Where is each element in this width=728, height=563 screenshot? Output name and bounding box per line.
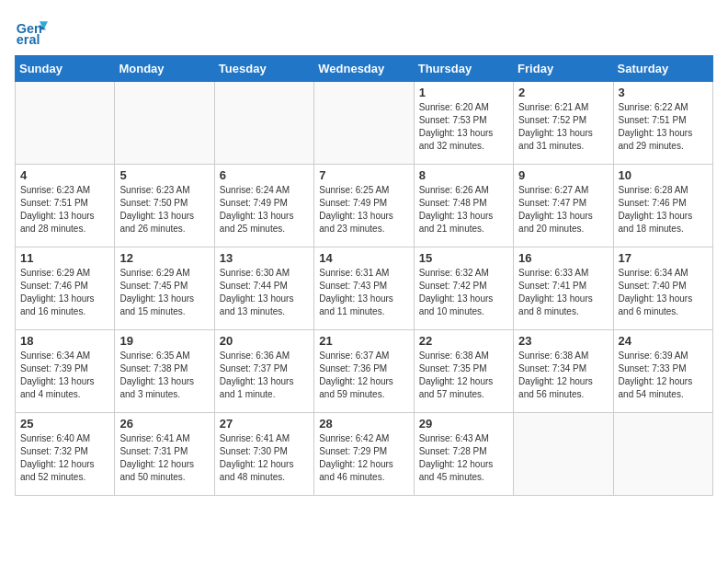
col-header-friday: Friday [514, 56, 613, 82]
day-number: 22 [419, 334, 508, 348]
day-info: Sunrise: 6:38 AM Sunset: 7:35 PM Dayligh… [419, 350, 508, 401]
day-info: Sunrise: 6:23 AM Sunset: 7:50 PM Dayligh… [119, 184, 209, 236]
day-info: Sunrise: 6:27 AM Sunset: 7:47 PM Dayligh… [518, 184, 608, 236]
day-number: 26 [119, 417, 209, 431]
day-info: Sunrise: 6:22 AM Sunset: 7:51 PM Dayligh… [619, 101, 708, 153]
day-number: 29 [419, 417, 508, 431]
day-number: 9 [518, 168, 608, 182]
col-header-tuesday: Tuesday [214, 56, 313, 82]
day-cell [214, 82, 313, 165]
week-row-2: 4Sunrise: 6:23 AM Sunset: 7:51 PM Daylig… [16, 165, 713, 247]
day-info: Sunrise: 6:34 AM Sunset: 7:40 PM Dayligh… [619, 267, 708, 318]
day-info: Sunrise: 6:42 AM Sunset: 7:29 PM Dayligh… [319, 432, 408, 484]
day-number: 20 [220, 334, 309, 348]
day-number: 23 [518, 334, 608, 348]
day-cell: 7Sunrise: 6:25 AM Sunset: 7:49 PM Daylig… [314, 165, 414, 247]
day-number: 4 [20, 168, 109, 182]
col-header-thursday: Thursday [414, 56, 513, 82]
day-number: 28 [319, 417, 408, 431]
day-cell: 9Sunrise: 6:27 AM Sunset: 7:47 PM Daylig… [514, 165, 613, 247]
day-cell: 21Sunrise: 6:37 AM Sunset: 7:36 PM Dayli… [314, 330, 414, 413]
day-number: 6 [220, 168, 309, 182]
day-info: Sunrise: 6:37 AM Sunset: 7:36 PM Dayligh… [319, 350, 408, 401]
day-info: Sunrise: 6:21 AM Sunset: 7:52 PM Dayligh… [518, 101, 608, 153]
day-info: Sunrise: 6:26 AM Sunset: 7:48 PM Dayligh… [419, 184, 508, 236]
day-cell: 6Sunrise: 6:24 AM Sunset: 7:49 PM Daylig… [214, 165, 313, 247]
day-number: 19 [119, 334, 209, 348]
day-number: 18 [20, 334, 109, 348]
day-info: Sunrise: 6:43 AM Sunset: 7:28 PM Dayligh… [419, 432, 508, 484]
day-info: Sunrise: 6:30 AM Sunset: 7:44 PM Dayligh… [220, 267, 309, 318]
col-header-wednesday: Wednesday [314, 56, 414, 82]
day-cell: 26Sunrise: 6:41 AM Sunset: 7:31 PM Dayli… [115, 413, 214, 496]
day-info: Sunrise: 6:24 AM Sunset: 7:49 PM Dayligh… [220, 184, 309, 236]
logo-icon: Gen eral [15, 15, 48, 48]
day-cell: 27Sunrise: 6:41 AM Sunset: 7:30 PM Dayli… [214, 413, 313, 496]
day-number: 12 [119, 251, 209, 265]
logo: Gen eral [15, 15, 51, 48]
col-header-monday: Monday [115, 56, 214, 82]
day-cell [314, 82, 414, 165]
day-number: 11 [20, 251, 109, 265]
day-info: Sunrise: 6:29 AM Sunset: 7:46 PM Dayligh… [20, 267, 109, 318]
day-info: Sunrise: 6:25 AM Sunset: 7:49 PM Dayligh… [319, 184, 408, 236]
day-cell: 14Sunrise: 6:31 AM Sunset: 7:43 PM Dayli… [314, 247, 414, 330]
svg-text:eral: eral [17, 32, 40, 47]
day-info: Sunrise: 6:33 AM Sunset: 7:41 PM Dayligh… [518, 267, 608, 318]
day-number: 17 [619, 251, 708, 265]
day-number: 15 [419, 251, 508, 265]
week-row-3: 11Sunrise: 6:29 AM Sunset: 7:46 PM Dayli… [16, 247, 713, 330]
day-info: Sunrise: 6:41 AM Sunset: 7:30 PM Dayligh… [220, 432, 309, 484]
day-info: Sunrise: 6:34 AM Sunset: 7:39 PM Dayligh… [20, 350, 109, 401]
day-cell [16, 82, 115, 165]
day-info: Sunrise: 6:31 AM Sunset: 7:43 PM Dayligh… [319, 267, 408, 318]
day-info: Sunrise: 6:38 AM Sunset: 7:34 PM Dayligh… [518, 350, 608, 401]
day-number: 2 [518, 86, 608, 99]
day-cell: 10Sunrise: 6:28 AM Sunset: 7:46 PM Dayli… [613, 165, 712, 247]
day-cell: 4Sunrise: 6:23 AM Sunset: 7:51 PM Daylig… [16, 165, 115, 247]
day-number: 25 [20, 417, 109, 431]
day-cell: 3Sunrise: 6:22 AM Sunset: 7:51 PM Daylig… [613, 82, 712, 165]
day-number: 14 [319, 251, 408, 265]
day-cell: 23Sunrise: 6:38 AM Sunset: 7:34 PM Dayli… [514, 330, 613, 413]
day-cell: 29Sunrise: 6:43 AM Sunset: 7:28 PM Dayli… [414, 413, 513, 496]
day-cell: 18Sunrise: 6:34 AM Sunset: 7:39 PM Dayli… [16, 330, 115, 413]
day-info: Sunrise: 6:36 AM Sunset: 7:37 PM Dayligh… [220, 350, 309, 401]
day-cell: 16Sunrise: 6:33 AM Sunset: 7:41 PM Dayli… [514, 247, 613, 330]
day-info: Sunrise: 6:23 AM Sunset: 7:51 PM Dayligh… [20, 184, 109, 236]
day-number: 24 [619, 334, 708, 348]
day-cell: 12Sunrise: 6:29 AM Sunset: 7:45 PM Dayli… [115, 247, 214, 330]
day-cell: 28Sunrise: 6:42 AM Sunset: 7:29 PM Dayli… [314, 413, 414, 496]
day-number: 16 [518, 251, 608, 265]
header: Gen eral [15, 15, 713, 48]
day-info: Sunrise: 6:35 AM Sunset: 7:38 PM Dayligh… [119, 350, 209, 401]
day-cell: 2Sunrise: 6:21 AM Sunset: 7:52 PM Daylig… [514, 82, 613, 165]
day-cell: 8Sunrise: 6:26 AM Sunset: 7:48 PM Daylig… [414, 165, 513, 247]
day-cell [115, 82, 214, 165]
day-number: 7 [319, 168, 408, 182]
day-number: 27 [220, 417, 309, 431]
col-header-saturday: Saturday [613, 56, 712, 82]
day-info: Sunrise: 6:40 AM Sunset: 7:32 PM Dayligh… [20, 432, 109, 484]
day-cell [514, 413, 613, 496]
day-cell: 17Sunrise: 6:34 AM Sunset: 7:40 PM Dayli… [613, 247, 712, 330]
day-number: 13 [220, 251, 309, 265]
day-cell: 19Sunrise: 6:35 AM Sunset: 7:38 PM Dayli… [115, 330, 214, 413]
day-cell: 5Sunrise: 6:23 AM Sunset: 7:50 PM Daylig… [115, 165, 214, 247]
header-row: SundayMondayTuesdayWednesdayThursdayFrid… [16, 56, 713, 82]
day-number: 10 [619, 168, 708, 182]
day-info: Sunrise: 6:28 AM Sunset: 7:46 PM Dayligh… [619, 184, 708, 236]
day-cell: 24Sunrise: 6:39 AM Sunset: 7:33 PM Dayli… [613, 330, 712, 413]
day-cell: 1Sunrise: 6:20 AM Sunset: 7:53 PM Daylig… [414, 82, 513, 165]
day-info: Sunrise: 6:39 AM Sunset: 7:33 PM Dayligh… [619, 350, 708, 401]
day-number: 21 [319, 334, 408, 348]
day-cell: 22Sunrise: 6:38 AM Sunset: 7:35 PM Dayli… [414, 330, 513, 413]
day-info: Sunrise: 6:29 AM Sunset: 7:45 PM Dayligh… [119, 267, 209, 318]
day-info: Sunrise: 6:32 AM Sunset: 7:42 PM Dayligh… [419, 267, 508, 318]
col-header-sunday: Sunday [16, 56, 115, 82]
week-row-4: 18Sunrise: 6:34 AM Sunset: 7:39 PM Dayli… [16, 330, 713, 413]
day-cell: 13Sunrise: 6:30 AM Sunset: 7:44 PM Dayli… [214, 247, 313, 330]
day-number: 1 [419, 86, 508, 99]
day-info: Sunrise: 6:41 AM Sunset: 7:31 PM Dayligh… [119, 432, 209, 484]
week-row-1: 1Sunrise: 6:20 AM Sunset: 7:53 PM Daylig… [16, 82, 713, 165]
